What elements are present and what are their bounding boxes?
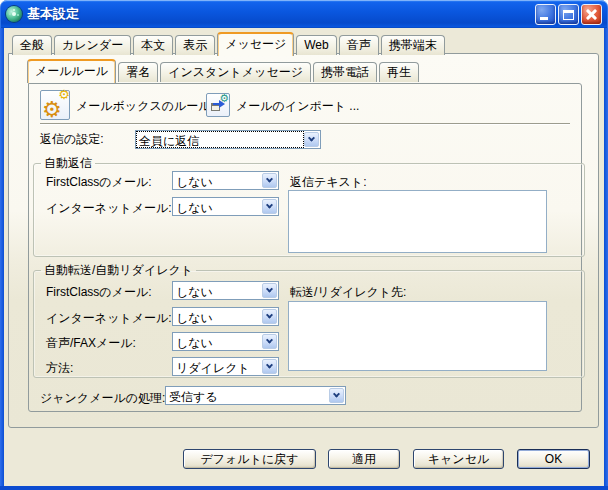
maximize-button[interactable] bbox=[558, 4, 579, 25]
auto-forward-voicefax-combobox[interactable]: しない bbox=[172, 332, 279, 351]
auto-forward-method-label: 方法: bbox=[46, 361, 73, 375]
reply-setting-combobox[interactable]: 全員に返信 bbox=[135, 130, 321, 149]
auto-reply-internet-label: インターネットメール: bbox=[46, 201, 172, 215]
tab-web[interactable]: Web bbox=[296, 35, 336, 55]
junk-mail-combobox[interactable]: 受信する bbox=[165, 386, 346, 405]
mail-import-button[interactable]: ⚙ bbox=[206, 93, 230, 117]
tab-general[interactable]: 全般 bbox=[12, 35, 52, 55]
secondary-tabstrip: メールルール 署名 インスタントメッセージ 携帯電話 再生 bbox=[27, 59, 419, 82]
chevron-down-icon[interactable] bbox=[262, 359, 277, 374]
mailbox-rules-button[interactable]: ⚙ ⚙ bbox=[40, 90, 70, 120]
window-frame-left bbox=[0, 28, 4, 490]
tab-playback[interactable]: 再生 bbox=[379, 62, 419, 82]
forward-target-label: 転送/リダイレクト先: bbox=[290, 285, 406, 299]
gears-icon: ⚙ bbox=[42, 99, 62, 121]
junk-mail-label: ジャンクメールの処理: bbox=[40, 391, 165, 405]
toolbar-separator bbox=[40, 123, 570, 124]
primary-tabstrip: 全般 カレンダー 本文 表示 メッセージ Web 音声 携帯端末 bbox=[12, 32, 445, 55]
auto-reply-firstclass-combobox[interactable]: しない bbox=[172, 171, 279, 190]
window-frame-right bbox=[604, 28, 608, 490]
chevron-down-icon[interactable] bbox=[262, 173, 277, 188]
chevron-down-icon[interactable] bbox=[262, 334, 277, 349]
tab-display[interactable]: 表示 bbox=[175, 35, 215, 55]
maximize-icon bbox=[563, 10, 574, 20]
window-title: 基本設定 bbox=[27, 5, 79, 23]
app-icon bbox=[6, 6, 22, 22]
chevron-down-icon[interactable] bbox=[262, 283, 277, 298]
tab-message[interactable]: メッセージ bbox=[217, 32, 294, 56]
ok-button[interactable]: OK bbox=[517, 449, 590, 469]
restore-defaults-button[interactable]: デフォルトに戻す bbox=[183, 449, 316, 469]
reply-text-area[interactable] bbox=[288, 190, 547, 253]
auto-reply-firstclass-label: FirstClassのメール: bbox=[46, 175, 152, 189]
cancel-button[interactable]: キャンセル bbox=[413, 449, 504, 469]
mail-import-label[interactable]: メールのインポート ... bbox=[236, 99, 359, 113]
forward-target-area[interactable] bbox=[288, 301, 547, 371]
apply-button[interactable]: 適用 bbox=[328, 449, 400, 469]
auto-forward-internet-label: インターネットメール: bbox=[46, 311, 172, 325]
chevron-down-icon[interactable] bbox=[262, 309, 277, 324]
reply-text-label: 返信テキスト: bbox=[290, 175, 366, 189]
tab-mail-rules[interactable]: メールルール bbox=[27, 59, 116, 83]
auto-forward-internet-combobox[interactable]: しない bbox=[172, 307, 279, 326]
tab-signature[interactable]: 署名 bbox=[118, 62, 158, 82]
auto-forward-firstclass-combobox[interactable]: しない bbox=[172, 281, 279, 300]
tab-instant-message[interactable]: インスタントメッセージ bbox=[160, 62, 311, 82]
mailbox-rules-label[interactable]: メールボックスのルール ... bbox=[76, 99, 224, 113]
auto-forward-group-title: 自動転送/自動リダイレクト bbox=[41, 263, 196, 277]
tab-voice[interactable]: 音声 bbox=[339, 35, 379, 55]
reply-setting-value: 全員に返信 bbox=[136, 131, 304, 148]
tab-body[interactable]: 本文 bbox=[133, 35, 173, 55]
auto-forward-firstclass-label: FirstClassのメール: bbox=[46, 285, 152, 299]
window-frame-bottom bbox=[0, 486, 608, 490]
auto-forward-method-combobox[interactable]: リダイレクト bbox=[172, 357, 279, 376]
tab-mobile-device[interactable]: 携帯端末 bbox=[381, 35, 445, 55]
titlebar[interactable]: 基本設定 bbox=[0, 0, 608, 28]
chevron-down-icon[interactable] bbox=[304, 132, 319, 147]
minimize-icon bbox=[540, 17, 548, 20]
auto-reply-group-title: 自動返信 bbox=[41, 156, 95, 170]
minimize-button[interactable] bbox=[535, 4, 556, 25]
close-button[interactable] bbox=[581, 4, 602, 25]
chevron-down-icon[interactable] bbox=[329, 388, 344, 403]
auto-forward-voicefax-label: 音声/FAXメール: bbox=[46, 336, 136, 350]
tab-calendar[interactable]: カレンダー bbox=[54, 35, 131, 55]
tab-mobile-phone[interactable]: 携帯電話 bbox=[313, 62, 377, 82]
auto-reply-internet-combobox[interactable]: しない bbox=[172, 197, 279, 216]
chevron-down-icon[interactable] bbox=[262, 199, 277, 214]
preferences-dialog: 基本設定 全般 カレンダー 本文 表示 メッセージ Web 音声 携帯端末 メー… bbox=[0, 0, 608, 490]
reply-setting-label: 返信の設定: bbox=[40, 132, 104, 146]
